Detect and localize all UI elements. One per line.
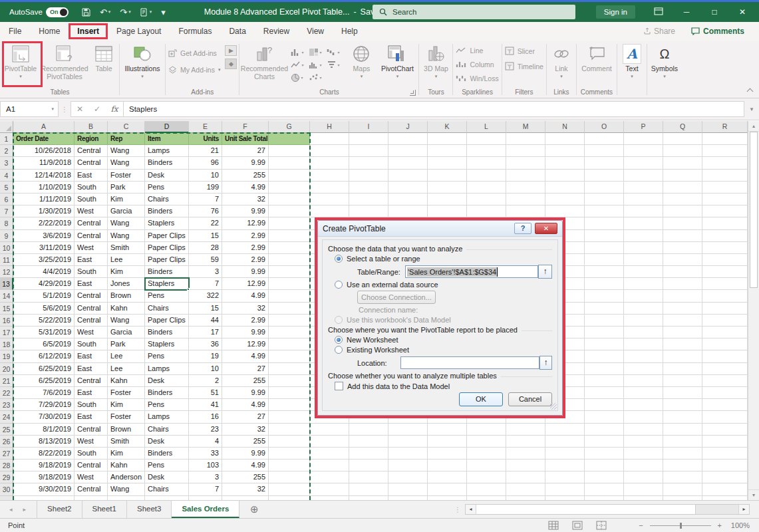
cell-A11[interactable]: 3/25/2019 <box>13 254 75 266</box>
sparkline-winloss-button[interactable]: Win/Loss <box>454 72 500 84</box>
collapse-range-icon[interactable]: ↑ <box>539 356 552 370</box>
cell-F1[interactable]: Unit Sale Total <box>222 133 269 145</box>
cell-A21[interactable]: 6/25/2019 <box>13 375 75 387</box>
row-header-25[interactable]: 25 <box>0 424 13 436</box>
cell-B27[interactable]: South <box>75 448 108 460</box>
cell-J4[interactable] <box>388 170 428 182</box>
column-header-N[interactable]: N <box>545 121 585 133</box>
table-range-input[interactable]: 'Sales Orders'!$A$1:$G$34 <box>405 265 538 278</box>
row-header-4[interactable]: 4 <box>0 170 13 182</box>
cell-G8[interactable] <box>269 217 310 229</box>
row-header-30[interactable]: 30 <box>0 483 13 495</box>
cell-D28[interactable]: Pens <box>145 460 189 471</box>
cell-Q9[interactable] <box>663 230 702 242</box>
cell-B11[interactable]: East <box>75 254 108 266</box>
cell-I4[interactable] <box>349 170 388 182</box>
dialog-title-bar[interactable]: Create PivotTable ? ✕ <box>318 221 562 237</box>
cell-O15[interactable] <box>585 303 624 315</box>
cell-C16[interactable]: Wang <box>108 315 145 327</box>
cell-D1[interactable]: Item <box>145 133 189 145</box>
cell-R8[interactable] <box>702 217 748 229</box>
cell-B12[interactable]: South <box>75 266 108 278</box>
cell-F16[interactable]: 2.99 <box>222 315 269 327</box>
slicer-button[interactable]: Slicer <box>503 45 537 57</box>
cell-L1[interactable] <box>467 133 506 145</box>
row-header-24[interactable]: 24 <box>0 411 13 423</box>
cell-M29[interactable] <box>506 471 545 483</box>
cell-G10[interactable] <box>269 242 310 254</box>
cell-N4[interactable] <box>545 170 585 182</box>
dialog-help-button[interactable]: ? <box>514 223 531 234</box>
sheet-tab-sales-orders[interactable]: Sales Orders <box>172 501 239 518</box>
cell-A1[interactable]: Order Date <box>13 133 75 145</box>
cell-F30[interactable]: 32 <box>222 483 269 495</box>
cell-M25[interactable] <box>506 424 545 436</box>
cell-F6[interactable]: 32 <box>222 194 269 205</box>
treemap-chart-icon[interactable]: ▾ <box>309 46 327 59</box>
cell-R23[interactable] <box>702 399 748 411</box>
row-header-7[interactable]: 7 <box>0 205 13 217</box>
cell-A8[interactable]: 2/22/2019 <box>13 217 75 229</box>
cell-Q21[interactable] <box>663 375 702 387</box>
cell-A4[interactable]: 12/14/2018 <box>13 170 75 182</box>
cell-P17[interactable] <box>624 327 663 338</box>
column-header-I[interactable]: I <box>349 121 388 133</box>
cell-D7[interactable]: Binders <box>145 205 189 217</box>
cell-Q1[interactable] <box>663 133 702 145</box>
cell-P8[interactable] <box>624 217 663 229</box>
cell-P2[interactable] <box>624 145 663 157</box>
save-icon[interactable] <box>82 8 90 17</box>
tab-file[interactable]: File <box>0 23 30 39</box>
undo-icon[interactable]: ↶▾ <box>100 7 110 17</box>
name-box-dropdown-icon[interactable]: ▾ <box>51 106 58 112</box>
sparkline-line-button[interactable]: Line <box>454 44 485 57</box>
cell-C21[interactable]: Kahn <box>108 375 145 387</box>
cell-D29[interactable]: Desk <box>145 471 189 483</box>
cell-H7[interactable] <box>310 205 349 217</box>
page-break-view-icon[interactable] <box>596 521 607 530</box>
cell-R28[interactable] <box>702 460 748 471</box>
cell-Q4[interactable] <box>663 170 702 182</box>
cell-P22[interactable] <box>624 387 663 399</box>
close-button[interactable]: ✕ <box>732 7 752 17</box>
cell-D27[interactable]: Binders <box>145 448 189 460</box>
cell-A29[interactable]: 9/18/2019 <box>13 471 75 483</box>
table-button[interactable]: Table <box>89 43 118 74</box>
cell-D20[interactable]: Lamps <box>145 363 189 375</box>
cell-C30[interactable]: Wang <box>108 483 145 495</box>
cell-A20[interactable]: 6/25/2019 <box>13 363 75 375</box>
search-input[interactable]: Search <box>373 5 575 19</box>
cell-B20[interactable]: East <box>75 363 108 375</box>
cell-B23[interactable]: South <box>75 399 108 411</box>
cell-O8[interactable] <box>585 217 624 229</box>
name-box[interactable]: A1 ▾ <box>0 101 59 117</box>
cell-G6[interactable] <box>269 194 310 205</box>
cell-P7[interactable] <box>624 205 663 217</box>
cell-E24[interactable]: 16 <box>189 411 222 423</box>
sign-in-button[interactable]: Sign in <box>596 5 635 19</box>
pie-chart-icon[interactable]: ▾ <box>291 71 309 84</box>
cell-P23[interactable] <box>624 399 663 411</box>
location-input[interactable] <box>400 356 539 369</box>
cell-P11[interactable] <box>624 254 663 266</box>
3d-map-button[interactable]: 3D Map ▾ <box>420 43 452 80</box>
cell-P29[interactable] <box>624 471 663 483</box>
cell-B13[interactable]: East <box>75 278 108 290</box>
sheet-tab-sheet1[interactable]: Sheet1 <box>82 501 127 518</box>
cell-E10[interactable]: 28 <box>189 242 222 254</box>
cell-O5[interactable] <box>585 182 624 194</box>
cell-E1[interactable]: Units <box>189 133 222 145</box>
radio-unselected-icon[interactable] <box>335 346 343 354</box>
new-sheet-icon[interactable]: ⊕ <box>249 504 259 515</box>
tab-view[interactable]: View <box>298 23 333 39</box>
radio-unselected-icon[interactable] <box>335 281 343 289</box>
cell-D2[interactable]: Lamps <box>145 145 189 157</box>
cell-R29[interactable] <box>702 471 748 483</box>
scroll-left-icon[interactable]: ◂ <box>466 505 476 514</box>
cell-O10[interactable] <box>585 242 624 254</box>
cell-O11[interactable] <box>585 254 624 266</box>
cell-C12[interactable]: Kim <box>108 266 145 278</box>
cell-L29[interactable] <box>467 471 506 483</box>
cell-F9[interactable]: 2.99 <box>222 230 269 242</box>
cell-D10[interactable]: Paper Clips <box>145 242 189 254</box>
